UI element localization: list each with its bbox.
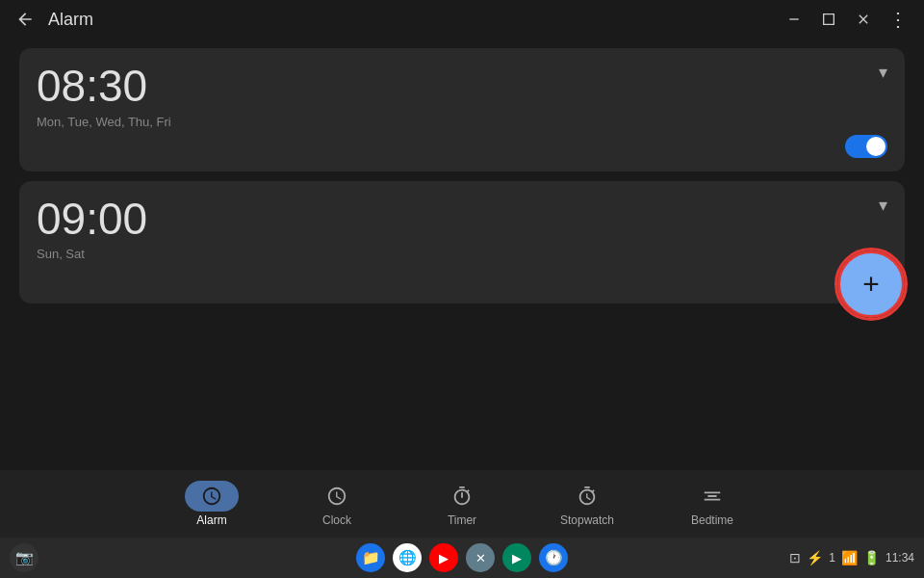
clock-tab-label: Clock	[322, 513, 351, 527]
close-button[interactable]	[850, 6, 877, 33]
add-alarm-button[interactable]: +	[837, 250, 905, 318]
taskbar-camera[interactable]: 📷	[10, 543, 38, 572]
alarm-time-2: 09:00	[37, 195, 887, 244]
taskbar-status: ⊡ ⚡ 1 📶 🔋 11:34	[789, 550, 914, 565]
tab-bedtime[interactable]: Bedtime	[650, 475, 775, 533]
tab-stopwatch[interactable]: Stopwatch	[525, 475, 650, 533]
alarm-toggle-row-2	[37, 267, 887, 290]
maximize-button[interactable]	[815, 6, 842, 33]
battery-number: 1	[829, 551, 835, 565]
overflow-menu-button[interactable]: ⋮	[885, 6, 912, 33]
alarm-card-2[interactable]: 09:00 Sun, Sat	[19, 181, 905, 304]
toggle-thumb-1	[866, 137, 886, 156]
alarm-time-1: 08:30	[37, 62, 887, 111]
taskbar-clock-app[interactable]: 🕐	[539, 543, 568, 572]
main-content: 08:30 Mon, Tue, Wed, Thu, Fri 09:00 Sun,…	[0, 39, 924, 323]
bedtime-tab-label: Bedtime	[691, 513, 733, 527]
tab-clock[interactable]: Clock	[274, 475, 399, 533]
title-bar-left: Alarm	[12, 6, 93, 33]
bedtime-tab-icon-wrap	[685, 481, 739, 512]
taskbar-files[interactable]: 📁	[356, 543, 385, 572]
taskbar: 📷 📁 🌐 ▶ ✕ ▶ 🕐 ⊡ ⚡ 1 📶 🔋 11:34	[0, 538, 924, 578]
minimize-button[interactable]	[781, 6, 808, 33]
alarm-expand-1[interactable]	[879, 62, 887, 83]
clock-tab-icon-wrap	[310, 481, 364, 512]
tab-alarm[interactable]: Alarm	[149, 475, 274, 533]
taskbar-play-store[interactable]: ▶	[502, 543, 531, 572]
add-icon: +	[862, 270, 880, 299]
alarm-tab-label: Alarm	[196, 513, 226, 527]
alarm-toggle-row-1	[37, 135, 887, 158]
page-title: Alarm	[48, 10, 93, 30]
timer-tab-icon-wrap	[435, 481, 489, 512]
alarm-expand-2[interactable]	[879, 195, 887, 216]
alarm-days-2: Sun, Sat	[37, 247, 887, 261]
alarm-days-1: Mon, Tue, Wed, Thu, Fri	[37, 115, 887, 129]
alarm-toggle-1[interactable]	[845, 135, 887, 158]
title-bar: Alarm ⋮	[0, 0, 924, 39]
system-time: 11:34	[886, 551, 914, 565]
tab-timer[interactable]: Timer	[399, 475, 525, 533]
battery-icon: 🔋	[863, 550, 880, 565]
timer-tab-label: Timer	[448, 513, 476, 527]
taskbar-center: 📁 🌐 ▶ ✕ ▶ 🕐	[356, 543, 568, 572]
back-button[interactable]	[12, 6, 38, 33]
taskbar-left: 📷	[10, 543, 38, 572]
alarm-card-1[interactable]: 08:30 Mon, Tue, Wed, Thu, Fri	[19, 48, 905, 171]
title-bar-controls: ⋮	[781, 6, 912, 33]
taskbar-chrome[interactable]: 🌐	[393, 543, 422, 572]
taskbar-settings-app[interactable]: ✕	[466, 543, 495, 572]
stopwatch-tab-label: Stopwatch	[560, 513, 614, 527]
alarm-tab-icon-wrap	[185, 481, 239, 512]
wifi-icon: 📶	[841, 550, 858, 565]
lightning-icon: ⚡	[807, 550, 823, 565]
stopwatch-tab-icon-wrap	[560, 481, 614, 512]
screenshot-icon[interactable]: ⊡	[789, 550, 801, 565]
taskbar-youtube[interactable]: ▶	[429, 543, 458, 572]
bottom-navigation: Alarm Clock Timer Stopwatch	[0, 470, 924, 538]
